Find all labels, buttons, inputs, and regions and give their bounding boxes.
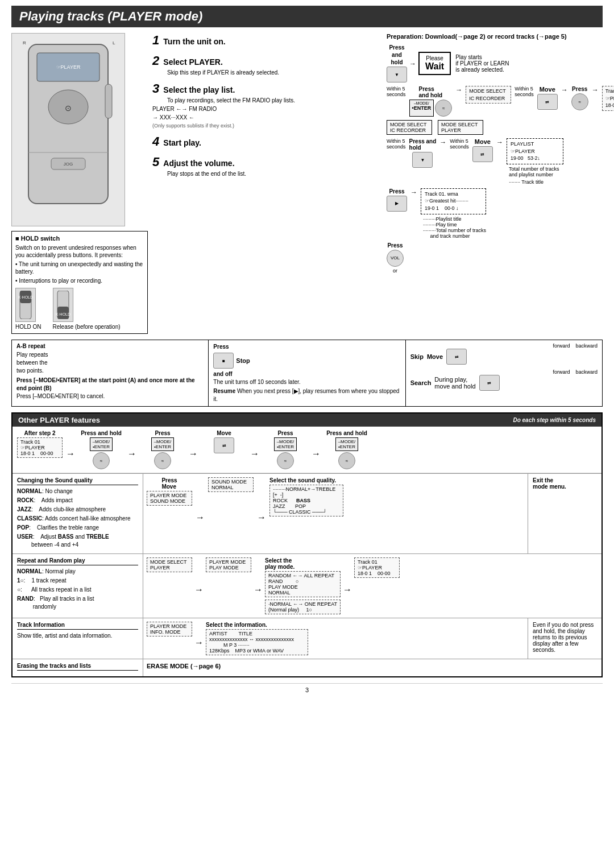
ti-flow: PLAYER MODE INFO. MODE → Select the info…	[147, 622, 308, 655]
mode-select-text: MODE SELECT	[469, 88, 508, 95]
play-starts-text: Play starts	[455, 54, 509, 60]
mode-btn-press: –MODE/ •ENTER	[151, 437, 175, 451]
ti-screen2: ARTIST TITLE xxxxxxxxxxxxxxx ↔ xxxxxxxxx…	[206, 629, 308, 655]
is-already-text: is already selected.	[455, 67, 509, 73]
move-btn-after2: ⇄	[214, 437, 234, 453]
search-desc: During play,move and hold	[434, 376, 475, 390]
sq-rock-bass: ROCK BASS	[273, 498, 340, 503]
repeat-right: MODE SELECT PLAYER → PLAYER MODE PLAY MO…	[143, 554, 601, 618]
ab-repeat-desc3: two points.	[16, 367, 204, 375]
skip-icon: ⇄	[446, 349, 467, 365]
stop-btn-icon: ■	[213, 353, 234, 369]
hold-on-icon: K·HOLD	[15, 288, 36, 322]
press-hold-panel: Press and hold ▼	[387, 44, 407, 82]
step-4-title: Start play.	[163, 138, 201, 147]
step-2-number: 2	[152, 53, 159, 68]
sound-quality-exit: Exit themode menu.	[528, 474, 601, 553]
arrow-2b: →	[561, 86, 568, 94]
search-row: Search During play,move and hold ⇄	[410, 375, 598, 391]
arrow-3b: →	[496, 138, 503, 146]
wait-text: Wait	[425, 61, 444, 72]
sq-classic: └─── CLASSIC ───┘	[273, 509, 340, 515]
erase-left: Erasing the tracks and lists	[13, 659, 143, 676]
erase-section: Erasing the tracks and lists ERASE MODE …	[13, 659, 601, 676]
repeat-result: Track 01 ☞PLAYER 18·0 1 00·00	[354, 557, 400, 578]
search-icon: ⇄	[479, 375, 500, 391]
bottom-bar: A-B repeat Play repeats between the two …	[11, 340, 603, 407]
rs3-l4: NORMAL	[268, 590, 337, 596]
fm-radio-flow: PLAYER ←→ FM RADIO	[152, 106, 382, 112]
forward-label: forward	[553, 343, 570, 349]
jog-press: ≈	[154, 452, 171, 469]
ti-s1-l2: INFO. MODE	[150, 629, 189, 635]
within5-label-1: Within 5seconds	[387, 86, 406, 97]
track-info-left: Track Information Show title, artist and…	[13, 618, 143, 659]
sq-s1-l2: SOUND MODE	[150, 498, 189, 504]
ti-select: Select the information. ARTIST TITLE xxx…	[206, 622, 308, 655]
track-wma: Track 01. wma	[425, 191, 482, 198]
other-features-header: Other PLAYER features Do each step withi…	[13, 414, 601, 427]
ic-recorder-screen: MODE SELECT IC RECORDER	[466, 86, 511, 104]
step-5-title: Adjust the volume.	[163, 159, 234, 168]
playlist-result: PLAYLIST ☞PLAYER 19·00 53·2↓ Total numbe…	[507, 138, 563, 185]
stop-cell: Press ■ Stop and off The unit turns off …	[209, 340, 405, 406]
prep-text: Preparation: Download(→page 2) or record…	[387, 33, 603, 40]
please-wait-box: Please Wait	[418, 52, 451, 75]
select-play-mode: Select theplay mode.	[265, 557, 341, 570]
flow-step4: Press ▶ → Track 01. wma ☞Greatest hit···…	[387, 188, 603, 239]
sq-screen3: ·········NORMAL+→TREBLE [+ -] ROCK BASS …	[269, 485, 343, 516]
and-off-label: and off	[213, 370, 400, 378]
playlist-time: 19·00 53·2↓	[511, 155, 559, 162]
press-final-label: Press	[277, 430, 293, 436]
repeat-step3: Select theplay mode. RANDOM ←→ ALL REPEA…	[265, 557, 341, 614]
svg-text:⊙: ⊙	[65, 104, 72, 113]
select-info-label: Select the information.	[206, 622, 308, 628]
step-1: 1 Turn the unit on.	[152, 33, 382, 48]
skip-direction: forward backward	[410, 343, 598, 349]
press-label-2b: Press	[572, 86, 587, 92]
press-hold-3: Press andhold ▼	[409, 138, 437, 168]
mode-btn-final: –MODE/ •ENTER	[274, 437, 297, 451]
step-5-number: 5	[152, 155, 159, 169]
skip-move-label: Move	[427, 353, 443, 360]
rr-l1: Track 01	[358, 559, 396, 565]
ab-instruction: Press [–MODE/•ENTER] at the start point …	[16, 377, 204, 392]
sq-flow: PressMove PLAYER MODE SOUND MODE → SOUND…	[147, 477, 343, 550]
track-info-right: PLAYER MODE INFO. MODE → Select the info…	[143, 618, 528, 659]
within5-3a: Within 5seconds	[387, 138, 406, 150]
press-down-3: ▼	[412, 152, 433, 168]
flow-step2: Within 5seconds Pressand hold –MODE/ •EN…	[387, 86, 603, 117]
classic-desc: CLASSIC: Adds concert hall-like atmosphe…	[17, 515, 138, 523]
search-forward: forward	[553, 369, 570, 375]
flow-step5: Press VOL or	[387, 242, 603, 274]
sq-normal-treble: ·········NORMAL+→TREBLE	[273, 486, 340, 492]
track-info-desc: Show title, artist and data information.	[17, 632, 138, 640]
svg-rect-5	[105, 84, 112, 118]
jog-after2: ≈	[93, 452, 110, 469]
resume-label: Resume When you next press [▶], play res…	[213, 387, 400, 403]
jog-final: ≈	[277, 452, 294, 469]
sq-arrow2: →	[257, 512, 266, 523]
arrow-final: →	[312, 449, 321, 459]
sq-step1: PressMove PLAYER MODE SOUND MODE	[147, 477, 192, 506]
hold-bullet-1: The unit turning on unexpectedly and was…	[15, 261, 144, 275]
press-hold-3-label: Press andhold	[409, 138, 437, 151]
repeat-arrow3: →	[343, 585, 352, 595]
arrow-4: →	[410, 188, 417, 196]
press-step2b: Press ≈	[571, 86, 588, 110]
ph-label: Press and hold	[81, 430, 122, 436]
press-and-hold-label: Pressand hold	[419, 86, 443, 98]
sq-select-label: Select the sound quality.	[269, 477, 343, 483]
track-title-label: ········ Track title	[507, 179, 563, 185]
svg-text:R: R	[23, 40, 26, 46]
rs4-l2: (Normal play) 1○	[268, 607, 337, 613]
step-3-desc: To play recordings, select the FM RADIO …	[167, 97, 382, 104]
search-title: Search	[410, 379, 432, 386]
sq-press-move: PressMove	[161, 477, 177, 490]
other-features-section: Other PLAYER features Do each step withi…	[11, 412, 603, 677]
ti-arrow: →	[194, 638, 204, 648]
sound-quality-title: Changing the Sound quality	[17, 477, 138, 485]
press-vol: Press VOL or	[387, 242, 404, 274]
mode-ic-col: MODE SELECT IC RECORDER	[387, 120, 432, 135]
page-number: 3	[11, 683, 603, 693]
